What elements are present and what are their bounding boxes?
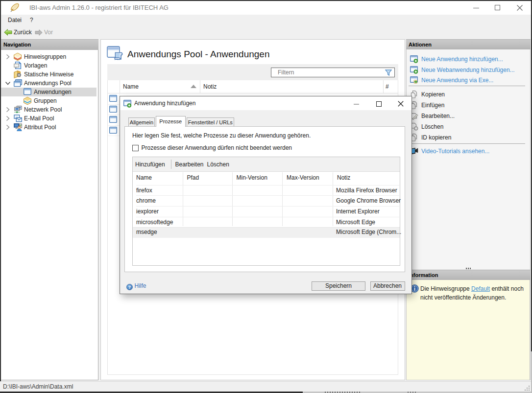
svg-text:?: ? [128,285,131,290]
